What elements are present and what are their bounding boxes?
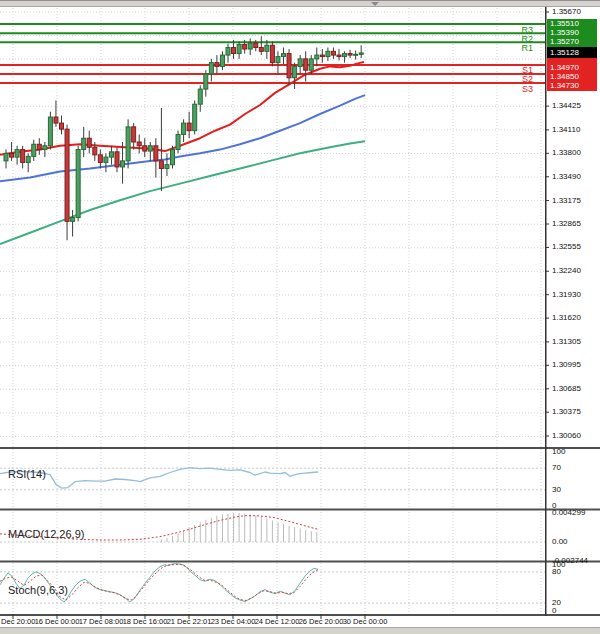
resistance-price-badge: 1.35270 <box>547 37 597 47</box>
time-axis[interactable]: 12 Dec 20:0016 Dec 00:0017 Dec 08:0018 D… <box>0 616 545 627</box>
candle <box>26 153 30 172</box>
moving-averages-layer <box>0 62 365 244</box>
candle <box>359 45 363 58</box>
stoch-label: Stoch(9,6,3) <box>8 584 68 596</box>
indicator-tick-label: 100 <box>552 448 598 456</box>
candle <box>71 210 75 236</box>
panel-separator <box>0 561 600 563</box>
candle <box>343 51 347 62</box>
candle <box>15 146 19 165</box>
candle <box>348 50 352 58</box>
candle <box>182 119 186 142</box>
candle <box>276 51 280 74</box>
level-name-r1: R1 <box>501 44 533 53</box>
candle <box>48 112 52 150</box>
candle <box>304 51 308 81</box>
rsi-layer <box>0 468 318 489</box>
candle <box>248 38 252 55</box>
candle <box>143 138 147 157</box>
chart-canvas <box>0 0 600 634</box>
candle <box>326 48 330 62</box>
time-tick-label: 30 Dec 00:00 <box>325 617 405 626</box>
candle <box>154 138 158 177</box>
candle <box>76 146 80 222</box>
candle <box>354 51 358 60</box>
candle <box>337 49 341 60</box>
candle <box>204 70 208 96</box>
indicator-tick-label: 80 <box>552 568 598 576</box>
price-tick-label: 1.33490 <box>552 173 598 181</box>
indicator-tick-label: 0 <box>552 607 598 615</box>
candle <box>137 134 141 153</box>
candle <box>298 55 302 74</box>
candle <box>331 48 335 59</box>
candle <box>226 44 230 63</box>
candles-layer <box>4 36 363 240</box>
candle <box>187 112 191 138</box>
candle <box>65 125 69 241</box>
axis-line <box>545 7 547 616</box>
trading-chart-window: RSI(14) MACD(12,26,9) Stoch(9,6,3) 1.356… <box>0 0 600 634</box>
price-tick-label: 1.30995 <box>552 361 598 369</box>
indicator-tick-label: 20 <box>552 599 598 607</box>
candle <box>293 63 297 89</box>
price-tick-label: 1.32555 <box>552 243 598 251</box>
candle <box>98 150 102 169</box>
candle <box>165 153 169 176</box>
candle <box>32 140 36 161</box>
price-tick-label: 1.31930 <box>552 291 598 299</box>
candle <box>115 147 119 172</box>
candle <box>126 119 130 168</box>
candle <box>104 153 108 172</box>
candle <box>209 59 213 82</box>
candle <box>132 123 136 149</box>
candle <box>315 48 319 67</box>
rsi-line <box>0 468 318 489</box>
candle <box>220 51 224 70</box>
price-tick-label: 1.32240 <box>552 267 598 275</box>
candle <box>176 131 180 154</box>
indicator-tick-label: 0.004299 <box>552 509 598 517</box>
candle <box>320 49 324 63</box>
candle <box>270 41 274 66</box>
price-tick-label: 1.30685 <box>552 385 598 393</box>
candle <box>21 146 25 169</box>
indicator-tick-label: 30 <box>552 486 598 494</box>
fast-ma-red <box>0 62 364 155</box>
bottom-window-strip <box>0 627 600 634</box>
rsi-label: RSI(14) <box>8 468 46 480</box>
candle <box>237 41 241 58</box>
price-tick-label: 1.33175 <box>552 197 598 205</box>
candle <box>109 146 113 165</box>
indicator-tick-label: 0.00 <box>552 538 598 546</box>
price-tick-label: 1.34425 <box>552 102 598 110</box>
price-tick-label: 1.34110 <box>552 126 598 134</box>
candle <box>215 55 219 74</box>
level-name-s3: S3 <box>501 85 533 94</box>
candle <box>4 150 8 169</box>
candle <box>287 49 291 85</box>
price-tick-label: 1.30375 <box>552 408 598 416</box>
candle <box>60 116 64 135</box>
candle <box>171 146 175 169</box>
panel-separator <box>0 447 600 449</box>
candle <box>282 48 286 65</box>
candle <box>259 36 263 55</box>
candle <box>43 142 47 157</box>
macd-label: MACD(12,26,9) <box>8 528 84 540</box>
price-tick-label: 1.33800 <box>552 149 598 157</box>
price-tick-label: 1.31620 <box>552 314 598 322</box>
candle <box>148 142 152 161</box>
candle <box>87 131 91 154</box>
mid-ma-blue <box>0 95 365 181</box>
candle <box>193 100 197 134</box>
stoch-k-line <box>0 564 318 603</box>
candle <box>37 138 41 155</box>
candle <box>198 85 202 111</box>
indicator-tick-label: 70 <box>552 464 598 472</box>
price-tick-label: 1.32865 <box>552 220 598 228</box>
support-price-badge: 1.34730 <box>547 81 597 91</box>
price-tick-label: 1.35670 <box>552 8 598 16</box>
candle <box>82 127 86 157</box>
frame-layer <box>0 7 600 619</box>
